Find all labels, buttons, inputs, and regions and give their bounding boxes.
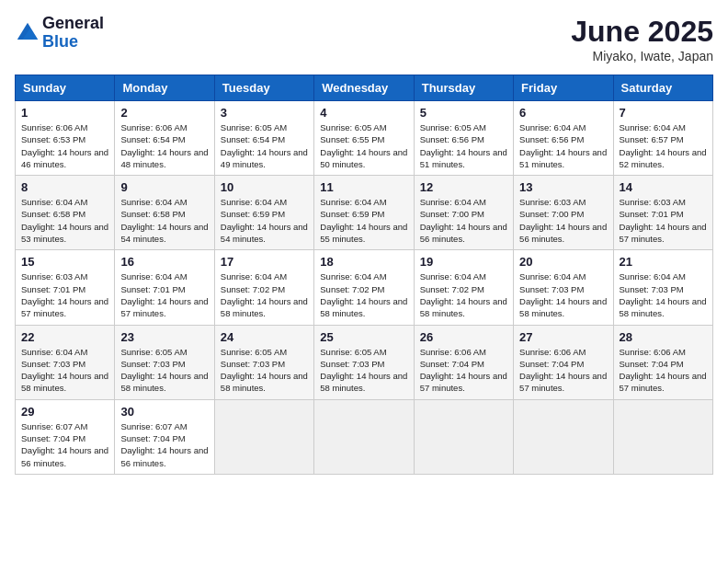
day-info: Sunrise: 6:04 AMSunset: 6:56 PMDaylight:… [519,121,607,170]
day-number: 11 [320,180,407,194]
title-block: June 2025 Miyako, Iwate, Japan [571,15,713,63]
day-number: 2 [120,106,208,120]
calendar-week-1: 1Sunrise: 6:06 AMSunset: 6:53 PMDaylight… [16,101,713,176]
day-info: Sunrise: 6:06 AMSunset: 7:04 PMDaylight:… [420,346,507,395]
day-number: 3 [221,106,308,120]
day-info: Sunrise: 6:04 AMSunset: 6:58 PMDaylight:… [120,196,208,245]
day-info: Sunrise: 6:06 AMSunset: 6:53 PMDaylight:… [21,121,108,170]
calendar-cell: 30Sunrise: 6:07 AMSunset: 7:04 PMDayligh… [115,399,214,474]
day-info: Sunrise: 6:04 AMSunset: 7:03 PMDaylight:… [620,270,707,319]
day-number: 19 [420,255,507,269]
calendar-cell [414,399,513,474]
calendar-cell: 23Sunrise: 6:05 AMSunset: 7:03 PMDayligh… [115,325,214,399]
calendar-cell: 6Sunrise: 6:04 AMSunset: 6:56 PMDaylight… [514,101,613,176]
calendar-cell: 8Sunrise: 6:04 AMSunset: 6:58 PMDaylight… [16,176,115,250]
day-number: 10 [221,180,308,194]
day-number: 27 [519,330,607,344]
day-number: 17 [221,255,308,269]
day-number: 25 [320,330,407,344]
day-number: 30 [120,405,208,419]
logo-icon [15,20,40,46]
day-info: Sunrise: 6:07 AMSunset: 7:04 PMDaylight:… [21,420,108,469]
day-info: Sunrise: 6:07 AMSunset: 7:04 PMDaylight:… [120,420,208,469]
day-info: Sunrise: 6:05 AMSunset: 6:56 PMDaylight:… [420,121,507,170]
day-info: Sunrise: 6:05 AMSunset: 7:03 PMDaylight:… [320,346,407,395]
calendar-table: SundayMondayTuesdayWednesdayThursdayFrid… [15,75,713,475]
calendar-cell: 26Sunrise: 6:06 AMSunset: 7:04 PMDayligh… [414,325,513,399]
logo-blue: Blue [42,33,104,52]
day-info: Sunrise: 6:05 AMSunset: 7:03 PMDaylight:… [120,346,208,395]
weekday-header-tuesday: Tuesday [214,75,313,101]
calendar-cell: 2Sunrise: 6:06 AMSunset: 6:54 PMDaylight… [115,101,214,176]
calendar-cell: 17Sunrise: 6:04 AMSunset: 7:02 PMDayligh… [214,250,313,325]
calendar-cell: 9Sunrise: 6:04 AMSunset: 6:58 PMDaylight… [115,176,214,250]
day-number: 7 [620,106,707,120]
day-info: Sunrise: 6:06 AMSunset: 7:04 PMDaylight:… [620,346,707,395]
calendar-cell: 25Sunrise: 6:05 AMSunset: 7:03 PMDayligh… [314,325,414,399]
day-info: Sunrise: 6:05 AMSunset: 7:03 PMDaylight:… [221,346,308,395]
calendar-cell: 5Sunrise: 6:05 AMSunset: 6:56 PMDaylight… [414,101,513,176]
logo-text: General Blue [42,15,104,52]
calendar-cell: 13Sunrise: 6:03 AMSunset: 7:00 PMDayligh… [514,176,613,250]
weekday-header-row: SundayMondayTuesdayWednesdayThursdayFrid… [16,75,713,101]
weekday-header-sunday: Sunday [16,75,115,101]
day-number: 21 [620,255,707,269]
day-number: 18 [320,255,407,269]
calendar-cell: 24Sunrise: 6:05 AMSunset: 7:03 PMDayligh… [214,325,313,399]
calendar-cell: 10Sunrise: 6:04 AMSunset: 6:59 PMDayligh… [214,176,313,250]
month-title: June 2025 [571,15,713,49]
day-number: 4 [320,106,407,120]
day-number: 8 [21,180,108,194]
day-number: 1 [21,106,108,120]
calendar-cell: 15Sunrise: 6:03 AMSunset: 7:01 PMDayligh… [16,250,115,325]
day-info: Sunrise: 6:03 AMSunset: 7:01 PMDaylight:… [21,270,108,319]
day-number: 29 [21,405,108,419]
weekday-header-thursday: Thursday [414,75,513,101]
weekday-header-saturday: Saturday [613,75,712,101]
day-number: 23 [120,330,208,344]
calendar-cell: 21Sunrise: 6:04 AMSunset: 7:03 PMDayligh… [613,250,712,325]
day-info: Sunrise: 6:04 AMSunset: 6:57 PMDaylight:… [620,121,707,170]
day-info: Sunrise: 6:04 AMSunset: 6:58 PMDaylight:… [21,196,108,245]
day-info: Sunrise: 6:04 AMSunset: 7:02 PMDaylight:… [420,270,507,319]
day-number: 22 [21,330,108,344]
day-info: Sunrise: 6:04 AMSunset: 7:00 PMDaylight:… [420,196,507,245]
calendar-cell: 14Sunrise: 6:03 AMSunset: 7:01 PMDayligh… [613,176,712,250]
day-info: Sunrise: 6:04 AMSunset: 6:59 PMDaylight:… [221,196,308,245]
logo: General Blue [15,15,104,52]
day-number: 15 [21,255,108,269]
calendar-cell: 1Sunrise: 6:06 AMSunset: 6:53 PMDaylight… [16,101,115,176]
day-info: Sunrise: 6:06 AMSunset: 7:04 PMDaylight:… [519,346,607,395]
calendar-cell: 19Sunrise: 6:04 AMSunset: 7:02 PMDayligh… [414,250,513,325]
calendar-week-4: 22Sunrise: 6:04 AMSunset: 7:03 PMDayligh… [16,325,713,399]
calendar-cell: 22Sunrise: 6:04 AMSunset: 7:03 PMDayligh… [16,325,115,399]
day-info: Sunrise: 6:04 AMSunset: 6:59 PMDaylight:… [320,196,407,245]
day-info: Sunrise: 6:04 AMSunset: 7:02 PMDaylight:… [221,270,308,319]
day-info: Sunrise: 6:05 AMSunset: 6:54 PMDaylight:… [221,121,308,170]
day-number: 5 [420,106,507,120]
calendar-week-5: 29Sunrise: 6:07 AMSunset: 7:04 PMDayligh… [16,399,713,474]
day-number: 26 [420,330,507,344]
day-info: Sunrise: 6:03 AMSunset: 7:00 PMDaylight:… [519,196,607,245]
day-info: Sunrise: 6:04 AMSunset: 7:03 PMDaylight:… [519,270,607,319]
day-number: 9 [120,180,208,194]
calendar-cell: 3Sunrise: 6:05 AMSunset: 6:54 PMDaylight… [214,101,313,176]
calendar-cell [314,399,414,474]
calendar-cell: 29Sunrise: 6:07 AMSunset: 7:04 PMDayligh… [16,399,115,474]
day-number: 6 [519,106,607,120]
calendar-cell [514,399,613,474]
weekday-header-wednesday: Wednesday [314,75,414,101]
calendar-cell: 16Sunrise: 6:04 AMSunset: 7:01 PMDayligh… [115,250,214,325]
day-info: Sunrise: 6:05 AMSunset: 6:55 PMDaylight:… [320,121,407,170]
day-info: Sunrise: 6:06 AMSunset: 6:54 PMDaylight:… [120,121,208,170]
day-info: Sunrise: 6:03 AMSunset: 7:01 PMDaylight:… [620,196,707,245]
calendar-cell [613,399,712,474]
calendar-week-2: 8Sunrise: 6:04 AMSunset: 6:58 PMDaylight… [16,176,713,250]
day-number: 24 [221,330,308,344]
day-info: Sunrise: 6:04 AMSunset: 7:01 PMDaylight:… [120,270,208,319]
calendar-week-3: 15Sunrise: 6:03 AMSunset: 7:01 PMDayligh… [16,250,713,325]
day-info: Sunrise: 6:04 AMSunset: 7:02 PMDaylight:… [320,270,407,319]
calendar-cell: 12Sunrise: 6:04 AMSunset: 7:00 PMDayligh… [414,176,513,250]
calendar-cell: 18Sunrise: 6:04 AMSunset: 7:02 PMDayligh… [314,250,414,325]
calendar-cell: 11Sunrise: 6:04 AMSunset: 6:59 PMDayligh… [314,176,414,250]
